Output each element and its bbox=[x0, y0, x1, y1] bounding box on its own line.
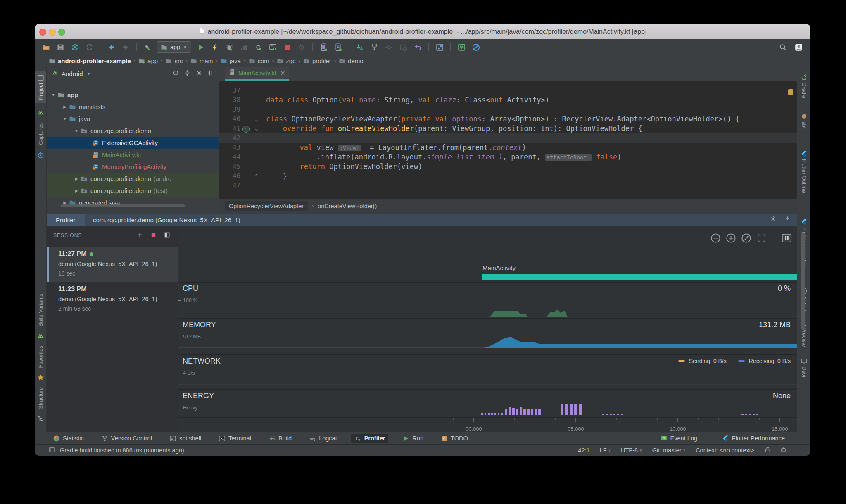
stopwatch-icon[interactable] bbox=[37, 152, 44, 159]
breadcrumb-item-com[interactable]: com bbox=[249, 57, 269, 64]
toolwindow-button-todo[interactable]: TODO bbox=[437, 434, 471, 443]
phone-blue-button[interactable] bbox=[333, 42, 343, 52]
breadcrumb-item-demo[interactable]: demo bbox=[339, 57, 364, 64]
sync-button[interactable] bbox=[69, 42, 80, 52]
toolwindow-button-version-control[interactable]: Version Control bbox=[98, 434, 155, 443]
vcs-branch-button[interactable] bbox=[369, 42, 380, 52]
activity-event-bar[interactable] bbox=[482, 274, 797, 280]
tree-expander-icon[interactable]: ▶ bbox=[62, 105, 67, 109]
lightning-button[interactable] bbox=[209, 42, 220, 52]
forward-button[interactable] bbox=[120, 42, 131, 52]
override-gutter-icon[interactable]: ↑ bbox=[242, 126, 250, 133]
line-number[interactable]: 40 bbox=[219, 114, 240, 124]
line-number[interactable]: 41 bbox=[219, 124, 240, 133]
wave-box-button[interactable] bbox=[456, 42, 467, 52]
session-item-2[interactable]: 11:23 PMdemo (Google Nexus_5X_API_26_1)2… bbox=[47, 282, 178, 319]
session-item-1[interactable]: 11:27 PMdemo (Google Nexus_5X_API_26_1)1… bbox=[47, 247, 178, 282]
status-widget-utf-8[interactable]: UTF-8⇕ bbox=[621, 447, 642, 454]
tree-item-com-zqc-profiler-demo[interactable]: ▶com.zqc.profiler.demo(test) bbox=[47, 185, 219, 197]
tree-item-mainactivity-kt[interactable]: MainActivity.kt bbox=[47, 149, 219, 161]
line-number[interactable]: 47 bbox=[219, 181, 240, 190]
hector-notifications-button[interactable] bbox=[780, 447, 787, 454]
breadcrumb-item-profiler[interactable]: profiler bbox=[303, 57, 331, 64]
stop-session-button[interactable] bbox=[150, 232, 157, 240]
vcs-update-button[interactable] bbox=[354, 42, 365, 52]
line-number[interactable]: 37 bbox=[219, 86, 240, 95]
tab-mainactivity[interactable]: MainActivity.kt ✕ bbox=[225, 67, 289, 81]
tool-strip-tab-flutter-outline[interactable]: Flutter Outline bbox=[801, 150, 808, 193]
line-number[interactable]: 43 bbox=[219, 143, 240, 152]
track-label-network[interactable]: NETWORK bbox=[183, 357, 221, 366]
open-folder-button[interactable] bbox=[40, 42, 51, 52]
structure-folders-button[interactable] bbox=[434, 42, 445, 52]
commit-button[interactable] bbox=[383, 42, 394, 52]
zoom-out-button[interactable] bbox=[710, 233, 721, 245]
tree-expander-icon[interactable]: ▼ bbox=[74, 128, 79, 133]
tree-item-manifests[interactable]: ▶manifests bbox=[47, 101, 219, 113]
tool-strip-tab-devi[interactable]: Devi bbox=[801, 358, 808, 377]
attach-window-button[interactable] bbox=[267, 42, 278, 52]
line-number[interactable]: 42 bbox=[219, 133, 240, 143]
tree-item-extensivegcactivity[interactable]: CExtensiveGCActivity bbox=[47, 137, 219, 149]
toolwindow-button-logcat[interactable]: Logcat bbox=[306, 434, 340, 443]
sessions-layout-button[interactable] bbox=[164, 232, 170, 240]
run-button[interactable] bbox=[195, 42, 206, 52]
profiler-settings-button[interactable] bbox=[770, 215, 777, 224]
toolwindow-button-terminal[interactable]: Terminal bbox=[215, 434, 254, 443]
tree-item-app[interactable]: ▼app bbox=[47, 89, 219, 101]
settings-gear-button[interactable] bbox=[195, 69, 202, 78]
swap-button[interactable] bbox=[84, 42, 95, 52]
debug-button[interactable] bbox=[224, 42, 235, 52]
history-button[interactable] bbox=[398, 42, 409, 52]
editor-body[interactable]: 3738data class Option(val name: String, … bbox=[219, 81, 797, 198]
tree-expander-icon[interactable]: ▼ bbox=[51, 93, 56, 97]
track-label-memory[interactable]: MEMORY bbox=[183, 321, 216, 329]
tool-strip-tab-gradle[interactable]: Gradle bbox=[801, 74, 808, 98]
toolwindow-button-statistic[interactable]: Statistic bbox=[50, 434, 87, 443]
editor-breadcrumb-item[interactable]: onCreateViewHolder() bbox=[318, 203, 377, 209]
fold-marker-icon[interactable]: ⌄ bbox=[251, 114, 262, 124]
line-number[interactable]: 44 bbox=[219, 152, 240, 162]
tool-strip-tab-captures[interactable]: Captures bbox=[38, 123, 44, 145]
tool-strip-tab-sbt[interactable]: sbt bbox=[801, 113, 808, 128]
stop-button[interactable] bbox=[282, 42, 292, 52]
back-button[interactable] bbox=[106, 42, 116, 52]
warning-stripe-mark[interactable] bbox=[788, 89, 793, 95]
zoom-in-button[interactable] bbox=[725, 233, 737, 245]
zoom-to-selection-button[interactable] bbox=[756, 233, 767, 245]
breadcrumb-item-zqc[interactable]: zqc bbox=[277, 57, 295, 64]
breadcrumb-item-android-profiler-example[interactable]: android-profiler-example bbox=[49, 57, 131, 64]
pause-live-button[interactable] bbox=[781, 233, 792, 245]
tree-expander-icon[interactable]: ▶ bbox=[74, 176, 79, 181]
android-icon[interactable] bbox=[37, 333, 44, 340]
profile-button[interactable] bbox=[238, 42, 249, 52]
tree-item-com-zqc-profiler-demo[interactable]: ▼com.zqc.profiler.demo bbox=[47, 125, 219, 137]
tree-expander-icon[interactable]: ▼ bbox=[62, 116, 67, 121]
track-label-energy[interactable]: ENERGY bbox=[183, 392, 214, 400]
tree-item-com-zqc-profiler-demo[interactable]: ▶com.zqc.profiler.demo(andro bbox=[47, 173, 219, 185]
profiler-export-button[interactable] bbox=[784, 215, 791, 224]
save-button[interactable] bbox=[55, 42, 66, 52]
close-icon[interactable]: ✕ bbox=[280, 70, 285, 76]
toolwindow-button-event-log[interactable]: 4Event Log bbox=[657, 434, 701, 443]
fold-marker-icon[interactable]: ⌃ bbox=[251, 171, 262, 181]
locate-file-button[interactable] bbox=[172, 69, 179, 78]
toolwindow-button-build[interactable]: 0110Build bbox=[265, 434, 295, 443]
rollback-button[interactable] bbox=[412, 42, 423, 52]
line-number[interactable]: 38 bbox=[219, 95, 240, 105]
tab-profiler[interactable]: Profiler bbox=[47, 214, 85, 226]
tool-strip-tab-build-variants[interactable]: Build Variants bbox=[38, 294, 44, 326]
toolwindow-toggle-icon[interactable] bbox=[49, 447, 55, 454]
code-editor[interactable]: MainActivity.kt ✕ 3738data class Option(… bbox=[219, 67, 797, 214]
status-widget-lf[interactable]: LF⇕ bbox=[600, 447, 611, 454]
search-button[interactable] bbox=[777, 42, 788, 52]
status-widget-context[interactable]: Context: <no context> bbox=[696, 447, 754, 454]
breadcrumb-item-java[interactable]: java bbox=[221, 57, 241, 64]
breadcrumb-item-app[interactable]: app bbox=[138, 57, 158, 64]
lock-toggle-button[interactable] bbox=[764, 447, 770, 454]
titlebar[interactable]: android-profiler-example [~/dev/workspac… bbox=[35, 24, 810, 40]
line-number[interactable]: 39 bbox=[219, 105, 240, 114]
tree-expander-icon[interactable]: ▶ bbox=[74, 188, 79, 193]
toolwindow-button-sbt-shell[interactable]: sbt shell bbox=[166, 434, 204, 443]
tool-strip-tab-favorites[interactable]: Favorites bbox=[38, 346, 44, 368]
